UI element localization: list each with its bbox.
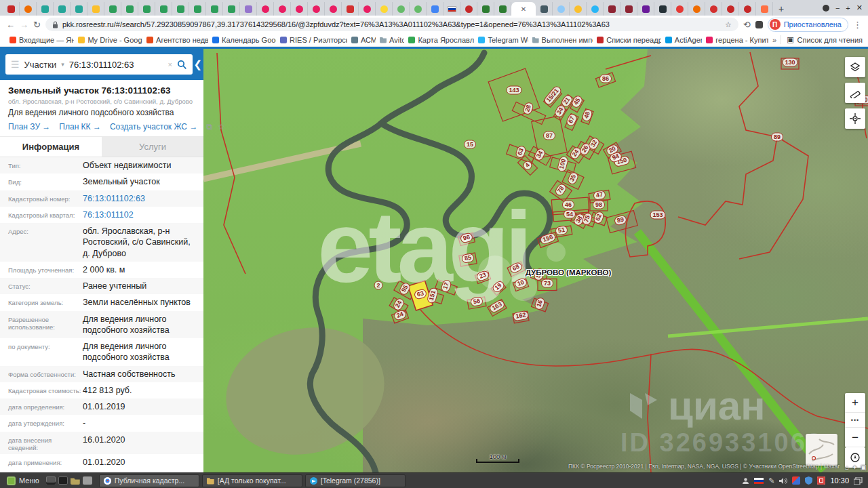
browser-tab[interactable] [756, 2, 773, 16]
browser-tab[interactable] [54, 2, 71, 16]
browser-tab[interactable] [138, 2, 155, 16]
browser-tab[interactable] [257, 2, 274, 16]
browser-tab[interactable] [376, 2, 393, 16]
address-bar[interactable]: pkk.rosreestr.ru/#/search/57.29230859097… [45, 18, 738, 31]
layers-button[interactable] [845, 57, 865, 77]
browser-tab[interactable] [739, 2, 756, 16]
browser-tab[interactable] [325, 2, 342, 16]
shield-tray-icon[interactable] [805, 476, 812, 485]
diamond-icon[interactable]: ✦ [852, 464, 857, 471]
parcel-number-label[interactable]: 153 [650, 211, 665, 220]
bookmark-item[interactable]: Календарь Googl... [208, 36, 276, 44]
bookmark-item[interactable]: Входящие — Янд... [5, 36, 74, 44]
measure-button[interactable] [845, 83, 865, 103]
bookmark-item[interactable]: ActiAgent [661, 36, 702, 44]
map-viewport[interactable]: etagi циан ID 3269331068 130130861432815… [203, 49, 868, 472]
zoom-in-button[interactable]: + [845, 393, 865, 413]
parcel-number-label[interactable]: 54 [564, 210, 576, 219]
browser-tab[interactable] [121, 2, 138, 16]
back-button[interactable]: ← [6, 20, 15, 30]
browser-tab[interactable] [3, 2, 20, 16]
frame-icon[interactable]: ▣ [861, 464, 867, 471]
history-sync-icon[interactable]: ⟲ [743, 20, 751, 30]
browser-tab[interactable] [291, 2, 308, 16]
search-menu-icon[interactable]: ☰ [11, 59, 20, 70]
app-grid-icon[interactable] [83, 476, 92, 485]
search-box[interactable]: ☰ Участки ▾ 76:13:011102:63 × [5, 54, 193, 75]
keyboard-layout-flag-icon[interactable] [754, 478, 764, 484]
browser-tab[interactable] [410, 2, 427, 16]
forward-button[interactable]: → [20, 20, 28, 30]
search-category-select[interactable]: Участки [24, 60, 57, 70]
parcel-number-label[interactable]: 89 [771, 133, 783, 142]
bookmark-item[interactable]: АСМ [347, 36, 376, 44]
browser-tab[interactable] [393, 2, 410, 16]
favorite-star-icon[interactable]: ☆ [218, 122, 225, 131]
bookmarks-overflow-button[interactable]: » [768, 36, 781, 44]
info-row-value-link[interactable]: 76:13:011102 [83, 209, 134, 220]
bookmark-item[interactable]: Списки переадре... [593, 36, 661, 44]
reload-button[interactable]: ↻ [33, 20, 41, 30]
browser-tab[interactable] [722, 2, 739, 16]
bookmark-item[interactable]: Карта Ярославля:... [404, 36, 474, 44]
volume-icon[interactable] [779, 477, 787, 485]
extension-pin-icon[interactable] [755, 21, 763, 28]
window-list-icon[interactable] [854, 477, 863, 485]
browser-tab[interactable] [189, 2, 206, 16]
zoom-levels-button[interactable]: ••• [845, 413, 865, 428]
window-close-button[interactable]: ✕ [856, 3, 863, 12]
parcel-number-label[interactable]: 15 [464, 140, 476, 149]
show-desktop-icon[interactable] [46, 476, 56, 485]
search-icon[interactable] [177, 60, 187, 70]
browser-tab[interactable] [553, 2, 570, 16]
reading-list-button[interactable]: ▣ Список для чтения [781, 35, 863, 44]
browser-tab[interactable] [637, 2, 654, 16]
window-minimize-button[interactable]: − [835, 4, 840, 12]
browser-tab[interactable] [604, 2, 620, 16]
browser-tab[interactable] [206, 2, 223, 16]
parcel-number-label[interactable]: 73 [541, 279, 553, 288]
browser-tray-icon[interactable] [792, 476, 800, 485]
terminal-icon[interactable] [58, 476, 68, 485]
browser-tab[interactable] [494, 2, 511, 16]
user-tray-icon[interactable] [742, 477, 749, 485]
pen-input-icon[interactable]: ✎ [768, 476, 774, 485]
browser-tab[interactable] [37, 2, 54, 16]
taskbar-task-button[interactable]: Публичная кадастр... [99, 474, 199, 487]
zoom-out-button[interactable]: − [845, 428, 865, 447]
browser-tab[interactable] [671, 2, 688, 16]
start-menu-button[interactable]: Меню [3, 476, 43, 485]
bookmark-item[interactable]: Выполнен импорт [528, 36, 593, 44]
new-tab-button[interactable]: + [773, 2, 789, 16]
browser-tab[interactable] [705, 2, 722, 16]
plan-kk-link[interactable]: План КК → [59, 122, 101, 131]
window-menu-icon[interactable] [823, 5, 829, 12]
browser-tab[interactable] [342, 2, 359, 16]
browser-tab[interactable] [443, 2, 460, 16]
bookmark-item[interactable]: RIES / Риэлторска... [276, 36, 347, 44]
parcel-number-label[interactable]: 130 [782, 58, 797, 67]
search-input[interactable]: 76:13:011102:63 [69, 60, 163, 70]
parcel-number-label[interactable]: 2 [374, 281, 382, 290]
bookmark-item[interactable]: Avito [376, 36, 404, 44]
taskbar-task-button[interactable]: [Telegram (27856)] [305, 474, 406, 487]
browser-tab[interactable] [536, 2, 553, 16]
browser-tab[interactable] [20, 2, 37, 16]
clear-search-icon[interactable]: × [168, 60, 172, 68]
parcel-number-label[interactable]: 143 [506, 86, 521, 95]
tab-services[interactable]: Услуги [102, 137, 203, 157]
home-icon[interactable]: ⌂ [845, 464, 849, 471]
doc-search-icon[interactable]: ⧉ [206, 122, 212, 131]
browser-tab[interactable] [570, 2, 587, 16]
parcel-number-label[interactable]: 46 [562, 201, 574, 209]
plan-zu-link[interactable]: План ЗУ → [8, 122, 50, 131]
browser-tab[interactable] [587, 2, 604, 16]
browser-tab[interactable] [688, 2, 705, 16]
overview-minimap[interactable] [806, 434, 837, 466]
browser-tab[interactable] [104, 2, 121, 16]
browser-tab[interactable] [359, 2, 376, 16]
browser-tab[interactable] [460, 2, 477, 16]
create-parcel-link[interactable]: Создать участок ЖС → [110, 122, 197, 131]
tab-close-icon[interactable]: ✕ [521, 5, 526, 13]
browser-tab[interactable] [308, 2, 325, 16]
